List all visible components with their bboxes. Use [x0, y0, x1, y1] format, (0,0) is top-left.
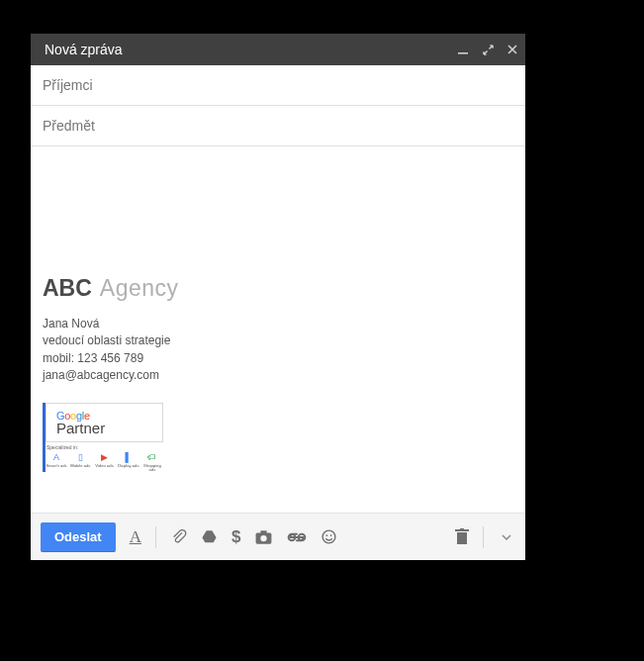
spec-item: 🏷Shopping ads: [141, 451, 163, 472]
money-icon[interactable]: $: [231, 527, 240, 547]
svg-rect-9: [457, 532, 467, 544]
specialized-label: Specialized in:: [46, 442, 163, 451]
spec-label: Display ads: [118, 464, 139, 468]
compose-body[interactable]: ABC Agency Jana Nová vedoucí oblasti str…: [31, 146, 525, 513]
agency-name-thin: Agency: [100, 275, 179, 302]
svg-rect-2: [261, 530, 267, 533]
expand-icon[interactable]: [483, 45, 494, 55]
signature-role: vedoucí oblasti strategie: [43, 332, 513, 349]
more-options-icon[interactable]: [498, 528, 515, 546]
spec-icon: ▶: [99, 451, 111, 463]
trash-icon[interactable]: [455, 528, 469, 545]
spec-label: Video ads: [95, 464, 114, 468]
signature-mobile: mobil: 123 456 789: [43, 350, 513, 367]
spec-label: Mobile ads: [70, 464, 90, 468]
body-empty-space: [43, 158, 513, 275]
formatting-icon[interactable]: A: [130, 527, 141, 547]
emoji-icon[interactable]: [321, 528, 337, 545]
compose-header: Nová zpráva: [31, 34, 525, 65]
toolbar-separator: [155, 526, 156, 548]
spec-item: ▶Video ads: [93, 451, 115, 472]
spec-label: Search ads: [46, 464, 67, 468]
send-button[interactable]: Odeslat: [41, 522, 116, 552]
partner-badge-box: Google Partner: [46, 403, 163, 442]
svg-point-3: [261, 535, 267, 541]
signature-name: Jana Nová: [43, 316, 513, 332]
window-controls: [457, 44, 517, 55]
spec-label: Shopping ads: [141, 464, 163, 472]
recipients-input[interactable]: [43, 65, 513, 105]
svg-point-8: [330, 534, 332, 536]
partner-word: Partner: [56, 421, 152, 435]
toolbar-separator: [483, 526, 484, 548]
compose-window: Nová zpráva ABC Agency Jana Nová vedoucí…: [31, 34, 525, 560]
svg-point-6: [323, 530, 336, 543]
close-icon[interactable]: [507, 45, 517, 54]
svg-rect-11: [460, 528, 464, 530]
subject-field[interactable]: [31, 106, 525, 146]
spec-icons-row: ASearch ads▯Mobile ads▶Video ads▌Display…: [46, 451, 163, 472]
signature-email: jana@abcagency.com: [43, 367, 513, 384]
attach-icon[interactable]: [170, 528, 187, 545]
spec-item: ▯Mobile ads: [69, 451, 91, 472]
drive-icon[interactable]: [201, 528, 218, 545]
spec-icon: ▌: [123, 451, 135, 463]
svg-rect-0: [458, 52, 468, 54]
spec-icon: 🏷: [146, 451, 158, 463]
compose-title: Nová zpráva: [45, 42, 457, 57]
agency-name-bold: ABC: [43, 275, 92, 302]
recipients-field[interactable]: [31, 65, 525, 106]
subject-input[interactable]: [43, 106, 513, 145]
signature-agency: ABC Agency: [43, 275, 513, 302]
spec-icon: A: [50, 451, 62, 463]
compose-footer: Odeslat A $: [31, 513, 525, 560]
svg-point-7: [326, 534, 328, 536]
spec-icon: ▯: [74, 451, 86, 463]
minimize-icon[interactable]: [457, 44, 469, 55]
google-partner-badge: Google Partner Specialized in: ASearch a…: [43, 403, 163, 472]
spec-item: ▌Display ads: [118, 451, 139, 472]
link-icon[interactable]: [287, 531, 307, 543]
photo-icon[interactable]: [254, 528, 273, 545]
spec-item: ASearch ads: [46, 451, 67, 472]
